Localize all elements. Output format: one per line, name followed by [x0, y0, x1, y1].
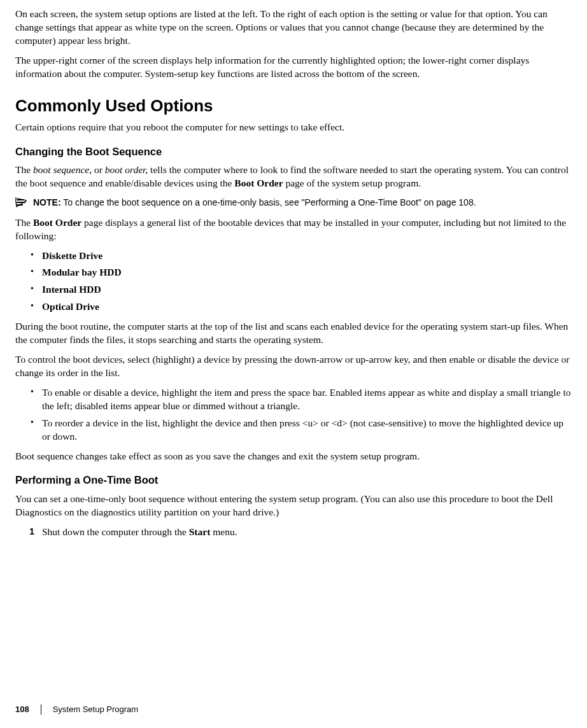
list-item-text: To enable or disable a device, highlight… — [42, 387, 570, 411]
step-item: 1 Shut down the computer through the Sta… — [15, 526, 572, 539]
text-run-italic: boot sequence, — [33, 164, 92, 175]
note-block: NOTE: To change the boot sequence on a o… — [15, 197, 572, 211]
device-list: Diskette Drive Modular bay HDD Internal … — [15, 249, 572, 314]
onetime-steps: 1 Shut down the computer through the Sta… — [15, 526, 572, 539]
device-name: Diskette Drive — [42, 250, 103, 261]
bootseq-paragraph-5: Boot sequence changes take effect as soo… — [15, 450, 572, 463]
note-icon — [15, 197, 27, 211]
list-item: Optical Drive — [15, 300, 572, 314]
bootseq-paragraph-3: During the boot routine, the computer st… — [15, 320, 572, 347]
text-run: The — [15, 217, 33, 228]
text-run: page of the system setup program. — [283, 178, 421, 188]
bootseq-paragraph-1: The boot sequence, or boot order, tells … — [15, 164, 572, 190]
device-name: Optical Drive — [42, 301, 99, 312]
text-run: Shut down the computer through the — [42, 526, 189, 537]
bootseq-paragraph-2: The Boot Order page displays a general l… — [15, 216, 572, 243]
list-item: Diskette Drive — [15, 249, 572, 263]
list-item: To reorder a device in the list, highlig… — [15, 417, 572, 444]
text-run: The — [15, 164, 33, 175]
page-footer: 108 System Setup Program — [15, 704, 572, 715]
page-number: 108 — [15, 704, 29, 715]
text-run-bold: Boot Order — [33, 217, 81, 228]
heading-changing-boot-sequence: Changing the Boot Sequence — [15, 144, 572, 158]
device-name: Modular bay HDD — [42, 267, 122, 277]
text-run: page displays a general list of the boot… — [15, 217, 566, 241]
heading-one-time-boot: Performing a One-Time Boot — [15, 473, 572, 487]
list-item: To enable or disable a device, highlight… — [15, 386, 572, 413]
intro-paragraph-2: The upper-right corner of the screen dis… — [15, 54, 572, 81]
text-run: menu. — [210, 526, 237, 537]
text-run: or — [92, 164, 105, 175]
footer-section-title: System Setup Program — [53, 704, 138, 715]
onetime-paragraph-1: You can set a one-time-only boot sequenc… — [15, 493, 572, 519]
bootseq-paragraph-4: To control the boot devices, select (hig… — [15, 353, 572, 380]
text-run-bold: Start — [189, 526, 211, 537]
list-item-text: To reorder a device in the list, highlig… — [42, 417, 563, 442]
note-text: NOTE: To change the boot sequence on a o… — [33, 197, 476, 209]
note-body: To change the boot sequence on a one-tim… — [61, 197, 476, 207]
text-run-bold: Boot Order — [234, 178, 283, 188]
control-list: To enable or disable a device, highlight… — [15, 386, 572, 444]
list-item: Modular bay HDD — [15, 266, 572, 279]
list-item: Internal HDD — [15, 283, 572, 297]
text-run-italic: boot order, — [105, 164, 148, 175]
note-label: NOTE: — [33, 197, 61, 207]
footer-divider — [41, 704, 41, 715]
section1-paragraph: Certain options require that you reboot … — [15, 121, 572, 134]
device-name: Internal HDD — [42, 284, 101, 295]
intro-paragraph-1: On each screen, the system setup options… — [15, 8, 572, 48]
step-number: 1 — [29, 526, 34, 538]
heading-commonly-used-options: Commonly Used Options — [15, 95, 572, 117]
